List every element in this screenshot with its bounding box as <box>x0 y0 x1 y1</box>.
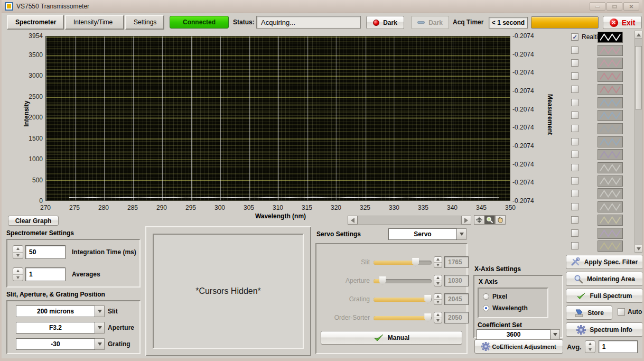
pixel-radio[interactable] <box>483 293 489 300</box>
avg-field[interactable]: 1 <box>599 340 638 353</box>
waveform-icon[interactable] <box>598 110 623 121</box>
waveform-icon[interactable] <box>598 97 623 108</box>
slit-stepper[interactable] <box>434 256 442 268</box>
slit-position-dropdown[interactable]: 200 microns <box>16 306 105 317</box>
waveform-icon[interactable] <box>598 175 623 187</box>
legend-scrollbar[interactable] <box>634 31 642 253</box>
check-icon <box>374 334 384 342</box>
coefficient-dropdown-arrow-icon[interactable] <box>550 329 560 340</box>
full-spectrum-button[interactable]: Full Spectrum <box>566 289 643 303</box>
waveform-icon[interactable] <box>598 71 623 82</box>
servo-slider-row: Grating2045 <box>320 293 470 307</box>
manual-button[interactable]: Manual <box>321 331 462 345</box>
waveform-icon[interactable] <box>598 188 623 199</box>
legend-plot-checkbox[interactable] <box>571 203 578 210</box>
legend-plot-checkbox[interactable] <box>571 59 578 67</box>
clear-graph-button[interactable]: Clear Graph <box>8 216 59 226</box>
legend-plot-checkbox[interactable] <box>571 216 578 224</box>
auto-checkbox[interactable] <box>618 308 625 316</box>
slider-thumb[interactable] <box>424 313 431 322</box>
dropdown-arrow-icon[interactable] <box>95 306 105 317</box>
tab-intensity-time[interactable]: Intensity/Time <box>65 15 124 30</box>
measurement-axis-tick: -0.2074 <box>512 179 543 186</box>
cursor-tool-icon[interactable] <box>474 215 484 225</box>
integration-time-stepper[interactable] <box>13 245 23 259</box>
maximize-button[interactable] <box>606 2 622 11</box>
integration-time-field[interactable]: 50 <box>25 245 66 259</box>
exit-button[interactable]: ✕ Exit <box>603 16 642 29</box>
horizontal-scrollbar[interactable] <box>358 216 461 225</box>
legend-plot-checkbox[interactable] <box>571 47 578 54</box>
legend-plot-checkbox[interactable]: ✓ <box>571 33 578 41</box>
waveform-icon[interactable] <box>598 58 623 69</box>
legend-plot-checkbox[interactable] <box>571 229 578 237</box>
legend-plot-checkbox[interactable] <box>571 138 578 145</box>
grating-position-dropdown[interactable]: -30 <box>16 338 105 350</box>
aperture-slider[interactable] <box>374 279 432 283</box>
waveform-icon[interactable] <box>598 136 623 147</box>
legend-scroll-thumb[interactable] <box>635 46 642 109</box>
averages-stepper[interactable] <box>13 267 23 281</box>
order-sorter-slider[interactable] <box>374 316 432 320</box>
close-button[interactable]: ✕ <box>623 2 639 11</box>
legend-plot-checkbox[interactable] <box>571 242 578 249</box>
waveform-icon[interactable] <box>598 149 623 160</box>
dark-button[interactable]: Dark <box>366 16 404 29</box>
tab-settings[interactable]: Settings <box>125 15 164 30</box>
waveform-icon[interactable] <box>598 240 623 252</box>
waveform-icon[interactable] <box>598 215 623 226</box>
legend-plot-checkbox[interactable] <box>571 125 578 132</box>
tab-spectrometer[interactable]: Spectrometer <box>7 15 64 30</box>
legend-plot-checkbox[interactable] <box>571 190 578 197</box>
spectrum-info-button[interactable]: Spectrum Info <box>566 322 643 337</box>
scroll-right-button[interactable] <box>461 216 471 225</box>
slider-thumb[interactable] <box>412 258 419 267</box>
legend-plot-checkbox[interactable] <box>571 112 578 119</box>
x-axis-tick: 270 <box>36 204 54 211</box>
waveform-icon[interactable] <box>598 162 623 173</box>
waveform-icon[interactable] <box>598 228 623 239</box>
store-button[interactable]: Store <box>566 306 612 320</box>
mointering-area-button[interactable]: Mointering Area <box>566 272 643 286</box>
pan-hand-tool-icon[interactable] <box>495 215 506 225</box>
legend-plot-checkbox[interactable] <box>571 99 578 106</box>
slit-aperture-grating-panel: Slit, Aperture, & Grating Position 200 m… <box>4 290 143 356</box>
legend-plot-checkbox[interactable] <box>571 86 578 93</box>
zoom-tool-icon[interactable] <box>484 215 495 225</box>
minimize-button[interactable] <box>590 2 605 11</box>
waveform-icon[interactable] <box>598 32 623 43</box>
order-sorter-stepper[interactable] <box>434 312 442 323</box>
averages-field[interactable]: 1 <box>25 267 66 281</box>
legend-plot-checkbox[interactable] <box>571 72 578 80</box>
scroll-left-button[interactable] <box>348 216 358 225</box>
waveform-icon[interactable] <box>598 123 623 134</box>
waveform-icon[interactable] <box>598 201 623 212</box>
wavelength-radio[interactable] <box>483 305 489 311</box>
waveform-icon[interactable] <box>598 45 623 56</box>
dropdown-arrow-icon[interactable] <box>95 338 105 350</box>
store-tag-icon <box>574 308 584 318</box>
legend-plot-checkbox[interactable] <box>571 177 578 184</box>
legend-row: ✓Realtime <box>568 31 633 43</box>
legend-scroll-up-icon[interactable] <box>635 31 642 39</box>
coefficient-adjustment-button[interactable]: CoEfficient Adjustment <box>474 339 563 354</box>
legend-plot-checkbox[interactable] <box>571 151 578 158</box>
legend-scroll-down-icon[interactable] <box>635 245 642 252</box>
aperture-stepper[interactable] <box>434 275 442 286</box>
slider-thumb[interactable] <box>424 295 431 304</box>
grating-stepper[interactable] <box>434 293 442 305</box>
servo-mode-dropdown-arrow-icon[interactable] <box>457 228 466 240</box>
plot-area[interactable] <box>45 36 510 201</box>
servo-mode-dropdown[interactable]: Servo <box>388 228 466 240</box>
coefficient-set-dropdown[interactable]: 3600 <box>477 329 560 340</box>
avg-stepper[interactable] <box>585 340 595 353</box>
aperture-position-dropdown[interactable]: F3.2 <box>16 322 105 334</box>
apply-spec-filter-button[interactable]: Apply Spec. Filter <box>566 255 643 269</box>
slit-slider[interactable] <box>374 261 432 265</box>
y-axis-tick: 500 <box>9 177 43 184</box>
dropdown-arrow-icon[interactable] <box>95 322 105 334</box>
grating-slider[interactable] <box>374 298 432 302</box>
waveform-icon[interactable] <box>598 84 623 95</box>
legend-plot-checkbox[interactable] <box>571 164 578 171</box>
slider-thumb[interactable] <box>379 276 386 285</box>
